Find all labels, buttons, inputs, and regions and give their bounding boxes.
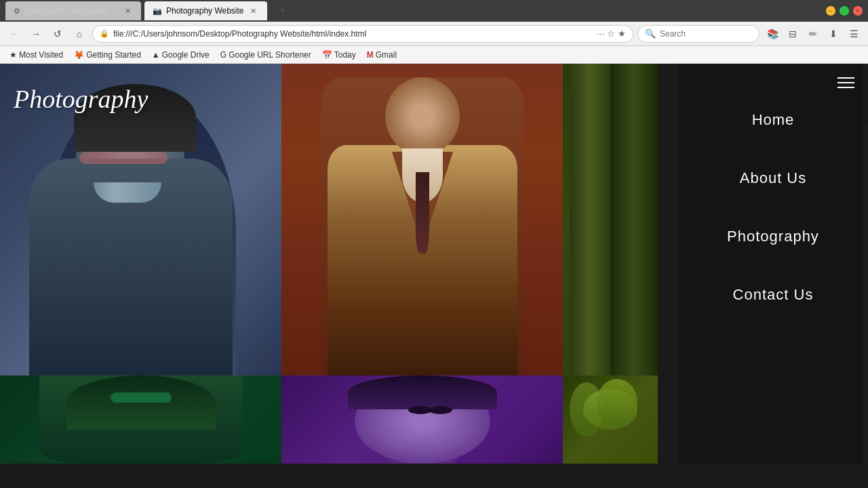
bookmark-filled-icon[interactable]: ★: [618, 28, 626, 39]
address-icons: ··· ☆ ★: [597, 28, 626, 39]
nav-item-about[interactable]: About Us: [678, 149, 868, 207]
hamburger-line-2: [837, 82, 854, 83]
close-button[interactable]: ✕: [853, 6, 863, 16]
maximize-button[interactable]: □: [840, 6, 849, 16]
bookmark-today[interactable]: 📅 Today: [318, 49, 360, 61]
search-bar[interactable]: 🔍: [637, 25, 760, 43]
address-bar[interactable]: 🔒 file:///C:/Users/johnsom/Desktop/Photo…: [92, 25, 633, 43]
search-input[interactable]: [660, 29, 741, 39]
bookmark-gmail[interactable]: M Gmail: [363, 49, 401, 61]
download-button[interactable]: ⬇: [825, 25, 842, 43]
photo-panel-1: Photography: [0, 64, 281, 375]
nav-bar: ← → ↺ ⌂ 🔒 file:///C:/Users/johnsom/Deskt…: [0, 22, 868, 46]
bookmark-most-visited[interactable]: ★ Most Visited: [5, 49, 67, 61]
nav-menu: Home About Us Photography Contact Us: [678, 77, 868, 324]
google-icon: G: [220, 50, 226, 60]
back-button[interactable]: ←: [5, 25, 23, 43]
toolbar-icons: 📚 ⊟ ✏ ⬇ ☰: [764, 25, 863, 43]
firefox-icon: 🦊: [74, 50, 84, 60]
hamburger-line-1: [837, 77, 854, 79]
photo-panel-3: [563, 64, 658, 375]
bookmark-label-6: Gmail: [376, 50, 397, 60]
forward-button[interactable]: →: [27, 25, 45, 43]
website-content: Photography: [0, 64, 868, 464]
minimize-button[interactable]: ─: [826, 6, 835, 16]
photo-grid: Photography: [0, 64, 678, 464]
reader-button[interactable]: ⊟: [784, 25, 802, 43]
menu-button[interactable]: ☰: [845, 25, 863, 43]
title-bar: ⚙ code.jquery.com/jquery-3.2.1.min... ✕ …: [0, 0, 868, 22]
new-tab-button[interactable]: +: [273, 1, 292, 20]
star-icon: ★: [9, 50, 17, 60]
hamburger-menu-icon[interactable]: [837, 77, 854, 88]
bookmark-label-4: Google URL Shortener: [229, 50, 311, 60]
bookmark-label-2: Getting Started: [86, 50, 141, 60]
bookmark-label-3: Google Drive: [162, 50, 210, 60]
tab-active[interactable]: 📷 Photography Website ✕: [144, 1, 267, 20]
bookmark-label-5: Today: [334, 50, 356, 60]
tab-close-2[interactable]: ✕: [248, 5, 259, 16]
drive-icon: ▲: [152, 50, 160, 60]
reload-button[interactable]: ↺: [49, 25, 66, 43]
tab-inactive[interactable]: ⚙ code.jquery.com/jquery-3.2.1.min... ✕: [5, 1, 141, 20]
tab-favicon-2: 📷: [153, 7, 162, 16]
gmail-icon: M: [367, 50, 374, 60]
bookmark-label-1: Most Visited: [19, 50, 63, 60]
address-text: file:///C:/Users/johnsom/Desktop/Photogr…: [113, 29, 593, 39]
calendar-icon: 📅: [322, 50, 332, 60]
bookmark-outline-icon[interactable]: ☆: [607, 28, 615, 39]
library-button[interactable]: 📚: [764, 25, 781, 43]
photo-panel-6: [563, 375, 658, 464]
tab-favicon-1: ⚙: [14, 7, 20, 16]
nav-item-photography[interactable]: Photography: [678, 207, 868, 266]
tab-close-1[interactable]: ✕: [122, 5, 133, 16]
bookmark-google-drive[interactable]: ▲ Google Drive: [148, 49, 214, 61]
search-magnifier-icon: 🔍: [645, 28, 656, 39]
bookmark-getting-started[interactable]: 🦊 Getting Started: [70, 49, 145, 61]
more-options-button[interactable]: ···: [597, 28, 604, 39]
photo-panel-5: [281, 375, 563, 464]
photo-panel-4: [0, 375, 281, 464]
home-button[interactable]: ⌂: [71, 25, 88, 43]
lock-icon: 🔒: [100, 29, 109, 38]
nav-item-home[interactable]: Home: [678, 91, 868, 149]
highlight-button[interactable]: ✏: [804, 25, 822, 43]
hamburger-line-3: [837, 87, 854, 88]
nav-item-contact[interactable]: Contact Us: [678, 266, 868, 324]
tab-title-1: code.jquery.com/jquery-3.2.1.min...: [24, 6, 118, 16]
tab-title-2: Photography Website: [166, 6, 244, 16]
bookmark-google-url[interactable]: G Google URL Shortener: [216, 49, 315, 61]
bookmarks-bar: ★ Most Visited 🦊 Getting Started ▲ Googl…: [0, 46, 868, 64]
photo-panel-2: [281, 64, 563, 375]
nav-sidebar: Home About Us Photography Contact Us: [678, 64, 868, 464]
